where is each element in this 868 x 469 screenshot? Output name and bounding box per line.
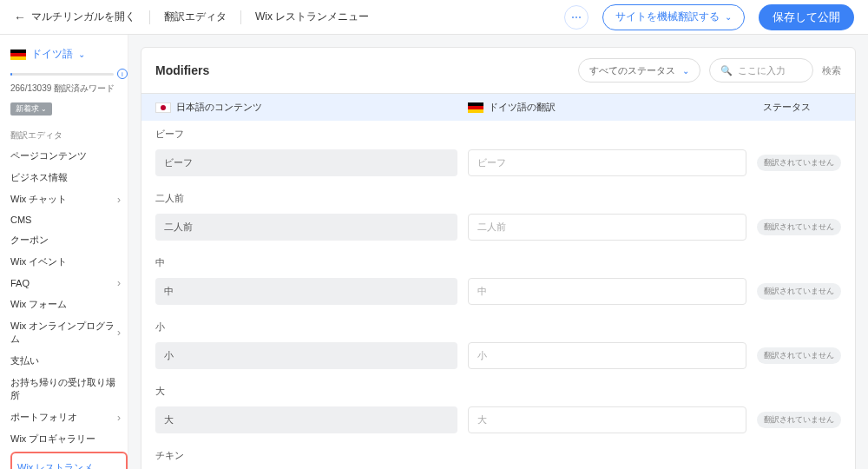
sidebar-item[interactable]: ページコンテンツ	[10, 145, 128, 167]
sidebar-item[interactable]: FAQ	[10, 273, 128, 294]
sidebar-item-label: Wix レストランメニュー	[17, 461, 100, 469]
machine-translate-label: サイトを機械翻訳する	[615, 10, 720, 24]
group-label: 小	[141, 314, 855, 339]
table-row: 二人前二人前翻訳されていません	[141, 210, 855, 249]
source-cell: 小	[155, 342, 457, 369]
sidebar-item[interactable]: ビジネス情報	[10, 167, 128, 188]
sidebar-item-restaurant-menu[interactable]: Wix レストランメニュー ⌃	[17, 457, 121, 469]
status-chip: 翻訳されていません	[757, 155, 841, 171]
status-chip: 翻訳されていません	[757, 412, 841, 428]
sidebar-item-label: Wix フォーム	[10, 298, 67, 311]
restaurant-menu-group: Wix レストランメニュー ⌃ ☟ ItemsItem labelsMenu n…	[10, 452, 128, 469]
sidebar-item[interactable]: Wix チャット	[10, 188, 128, 210]
progress-row: i	[10, 69, 128, 79]
status-filter[interactable]: すべてのステータス ⌄	[578, 58, 700, 83]
main: Modifiers すべてのステータス ⌄ 🔍 ここに入力 検索 日本語のコンテ…	[128, 35, 868, 469]
new-badge[interactable]: 新着求⌄	[10, 102, 52, 116]
target-cell[interactable]: ビーフ	[468, 149, 746, 176]
machine-translate-button[interactable]: サイトを機械翻訳する ⌄	[602, 4, 745, 30]
table-row: 小小翻訳されていません	[141, 339, 855, 378]
publish-label: 保存して公開	[773, 10, 840, 25]
back-label: マルチリンガルを開く	[31, 10, 135, 24]
sidebar-item-label: Wix プロギャラリー	[10, 433, 95, 446]
search-placeholder: ここに入力	[738, 64, 786, 77]
sidebar-item-label: ページコンテンツ	[10, 149, 87, 162]
info-icon[interactable]: i	[117, 69, 128, 79]
divider	[149, 10, 150, 24]
source-cell: 二人前	[155, 214, 457, 241]
divider	[240, 10, 241, 24]
sidebar-item-label: Wix オンラインプログラム	[10, 320, 117, 346]
col-source-label: 日本語のコンテンツ	[176, 101, 262, 114]
target-cell[interactable]: 大	[468, 406, 746, 433]
topbar: ← マルチリンガルを開く 翻訳エディタ Wix レストランメニュー ⋯ サイトを…	[0, 0, 868, 35]
back-link[interactable]: ← マルチリンガルを開く	[14, 10, 135, 24]
language-selector[interactable]: ドイツ語 ⌄	[10, 43, 128, 69]
breadcrumb: Wix レストランメニュー	[255, 10, 369, 24]
table-row: ビーフビーフ翻訳されていません	[141, 146, 855, 185]
language-label: ドイツ語	[31, 47, 73, 62]
publish-button[interactable]: 保存して公開	[759, 4, 854, 30]
sidebar-section-label: 翻訳エディタ	[10, 124, 128, 145]
sidebar-item[interactable]: Wix フォーム	[10, 294, 128, 315]
panel: Modifiers すべてのステータス ⌄ 🔍 ここに入力 検索 日本語のコンテ…	[141, 47, 856, 469]
search-icon: 🔍	[720, 65, 733, 76]
sidebar-item[interactable]: 支払い	[10, 350, 128, 372]
source-cell: 大	[155, 406, 457, 433]
group-label: 中	[141, 249, 855, 274]
chevron-down-icon: ⌄	[725, 12, 732, 22]
group-label: 二人前	[141, 185, 855, 210]
sidebar-item-label: Wix イベント	[10, 255, 67, 268]
sidebar-item[interactable]: ポートフォリオ	[10, 406, 128, 428]
flag-jp-icon	[155, 102, 171, 113]
search-input[interactable]: 🔍 ここに入力	[709, 58, 813, 83]
more-button[interactable]: ⋯	[564, 5, 589, 30]
sidebar-item-label: お持ち帰りの受け取り場所	[10, 376, 121, 402]
target-cell[interactable]: 小	[468, 342, 746, 369]
source-cell: ビーフ	[155, 149, 457, 176]
sidebar-item-label: Wix チャット	[10, 193, 67, 206]
back-arrow-icon: ←	[14, 10, 26, 24]
sidebar-item[interactable]: Wix オンラインプログラム	[10, 315, 128, 350]
sidebar-item[interactable]: お持ち帰りの受け取り場所	[10, 372, 128, 406]
sidebar-item-label: CMS	[10, 215, 31, 225]
col-target-label: ドイツ語の翻訳	[489, 101, 556, 114]
target-cell[interactable]: 中	[468, 278, 746, 305]
sidebar-item-label: ポートフォリオ	[10, 411, 77, 424]
sidebar-item-label: クーポン	[10, 234, 49, 247]
sidebar-item[interactable]: Wix プロギャラリー	[10, 428, 128, 450]
sidebar-item[interactable]: Wix イベント	[10, 251, 128, 273]
progress-text: 266/13039 翻訳済みワード	[10, 83, 128, 95]
flag-de-icon	[468, 102, 483, 113]
sidebar-item-label: ビジネス情報	[10, 171, 68, 184]
sidebar: ドイツ語 ⌄ i 266/13039 翻訳済みワード 新着求⌄ 翻訳エディタ ペ…	[0, 35, 128, 469]
status-chip: 翻訳されていません	[757, 283, 841, 300]
sidebar-item-label: 支払い	[10, 354, 39, 367]
col-status-label: ステータス	[763, 101, 841, 114]
more-icon: ⋯	[571, 11, 582, 23]
source-cell: 中	[155, 278, 457, 305]
status-chip: 翻訳されていません	[757, 347, 841, 364]
flag-de-icon	[10, 50, 26, 60]
target-cell[interactable]: 二人前	[468, 214, 746, 241]
search-action[interactable]: 検索	[822, 64, 841, 77]
chevron-down-icon: ⌄	[682, 66, 689, 76]
table-row: 中中翻訳されていません	[141, 274, 855, 314]
progress-bar	[10, 73, 114, 76]
table-header: 日本語のコンテンツ ドイツ語の翻訳 ステータス	[141, 93, 855, 121]
section-label: 翻訳エディタ	[164, 10, 227, 24]
group-label: 大	[141, 378, 855, 403]
panel-title: Modifiers	[155, 63, 569, 77]
chevron-down-icon: ⌄	[78, 50, 85, 59]
status-filter-label: すべてのステータス	[589, 64, 675, 77]
sidebar-item-label: FAQ	[10, 278, 30, 288]
sidebar-item[interactable]: クーポン	[10, 229, 128, 251]
status-chip: 翻訳されていません	[757, 219, 841, 235]
panel-header: Modifiers すべてのステータス ⌄ 🔍 ここに入力 検索	[141, 48, 855, 93]
chevron-down-icon: ⌄	[41, 105, 47, 113]
group-label: ビーフ	[141, 121, 855, 146]
sidebar-item[interactable]: CMS	[10, 210, 128, 229]
table-row: 大大翻訳されていません	[141, 403, 855, 442]
group-label: チキン	[141, 442, 855, 467]
